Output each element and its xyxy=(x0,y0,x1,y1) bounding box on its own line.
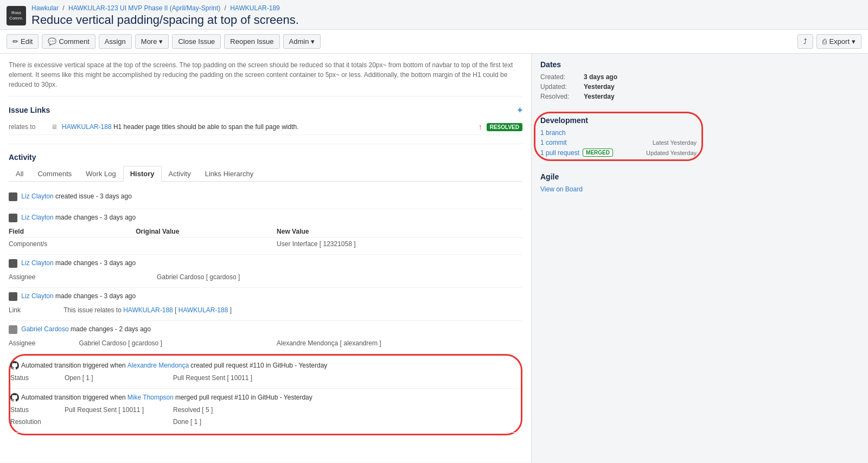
created-row: Created: 3 days ago xyxy=(540,73,697,81)
history-row: Assignee Gabriel Cardoso [ gcardoso ] Al… xyxy=(9,337,522,349)
history-entry-1: Liz Clayton created issue - 3 days ago xyxy=(9,188,522,209)
reopen-issue-button[interactable]: Reopen Issue xyxy=(224,34,279,49)
pull-request-row: 1 pull request MERGED Updated Yesterday xyxy=(540,149,697,157)
sidebar-divider-1 xyxy=(540,109,697,110)
history-entry-5: Gabriel Cardoso made changes - 2 days ag… xyxy=(9,321,522,354)
commit-link[interactable]: 1 commit xyxy=(540,139,567,146)
history-entry-header-2: Liz Clayton made changes - 3 days ago xyxy=(9,214,522,222)
history-table-3: Assignee Gabriel Cardoso [ gcardoso ] xyxy=(9,271,522,283)
branch-link[interactable]: 1 branch xyxy=(540,129,566,137)
edit-button[interactable]: ✏ Edit xyxy=(7,34,39,49)
history-entry-header-3: Liz Clayton made changes - 3 days ago xyxy=(9,259,522,268)
history-row: Link This issue relates to HAWKULAR-188 … xyxy=(9,304,522,316)
col-field: Field xyxy=(9,226,136,238)
actor-link-2[interactable]: Mike Thompson xyxy=(127,394,174,401)
author-link-5[interactable]: Gabriel Cardoso xyxy=(21,325,68,333)
sidebar-dates: Dates Created: 3 days ago Updated: Yeste… xyxy=(540,60,697,100)
tab-comments[interactable]: Comments xyxy=(30,166,79,182)
content-area: There is excessive vertical space at the… xyxy=(0,54,532,462)
avatar-4 xyxy=(9,292,17,301)
breadcrumb-bar: RossComm. Hawkular / HAWKULAR-123 UI MVP… xyxy=(0,0,868,30)
automated-entry-2: Automated transition triggered when Mike… xyxy=(10,389,521,433)
history-row: Component/s User Interface [ 12321058 ] xyxy=(9,238,522,250)
author-link-4[interactable]: Liz Clayton xyxy=(21,292,53,300)
author-link-3[interactable]: Liz Clayton xyxy=(21,259,53,267)
edit-icon: ✏ xyxy=(12,37,18,46)
org-logo: RossComm. xyxy=(7,6,26,25)
history-table-2: Field Original Value New Value Component… xyxy=(9,226,522,250)
breadcrumb-project-link[interactable]: HAWKULAR-123 UI MVP Phase II (April/May-… xyxy=(68,4,220,12)
auto-row-status: Status Pull Request Sent [ 10011 ] Resol… xyxy=(10,404,521,416)
col-new: New Value xyxy=(277,226,522,238)
export-icon: ⎙ xyxy=(822,37,827,46)
chevron-down-icon: ▾ xyxy=(159,37,163,46)
development-title: Development xyxy=(540,116,697,125)
history-entry-3: Liz Clayton made changes - 3 days ago As… xyxy=(9,255,522,288)
sidebar-agile: Agile View on Board xyxy=(540,172,697,193)
history-entry-header-4: Liz Clayton made changes - 3 days ago xyxy=(9,292,522,301)
close-issue-button[interactable]: Close Issue xyxy=(172,34,221,49)
auto-table-2: Status Pull Request Sent [ 10011 ] Resol… xyxy=(10,404,521,428)
issue-links-title: Issue Links xyxy=(9,106,50,114)
tab-all[interactable]: All xyxy=(9,166,30,182)
created-label: Created: xyxy=(540,73,584,81)
link-ref-2[interactable]: HAWKULAR-188 xyxy=(178,306,228,314)
history-entry-header-5: Gabriel Cardoso made changes - 2 days ag… xyxy=(9,325,522,334)
assign-button[interactable]: Assign xyxy=(99,34,132,49)
history-table-4: Link This issue relates to HAWKULAR-188 … xyxy=(9,304,522,316)
share-button[interactable]: ⤴ xyxy=(797,34,813,49)
commit-latest: Latest Yesterday xyxy=(653,139,697,146)
issue-link-text: HAWKULAR-188 H1 header page titles shoul… xyxy=(62,123,474,131)
comment-icon: 💬 xyxy=(48,37,56,46)
breadcrumb-issue-link[interactable]: HAWKULAR-189 xyxy=(230,4,280,12)
divider xyxy=(9,144,522,144)
author-link-1[interactable]: Liz Clayton xyxy=(21,192,53,200)
linked-issue-id[interactable]: HAWKULAR-188 xyxy=(62,123,112,131)
comment-button[interactable]: 💬 Comment xyxy=(42,34,95,49)
history-entry-header-1: Liz Clayton created issue - 3 days ago xyxy=(9,192,522,201)
branch-row: 1 branch xyxy=(540,129,697,137)
dates-title: Dates xyxy=(540,60,697,69)
export-button[interactable]: ⎙ Export ▾ xyxy=(816,34,861,49)
resolved-label: Resolved: xyxy=(540,93,584,100)
tab-activity[interactable]: Activity xyxy=(162,166,198,182)
view-on-board-link[interactable]: View on Board xyxy=(540,185,583,193)
avatar-2 xyxy=(9,214,17,222)
priority-icon: ↑ xyxy=(478,123,482,131)
link-icon: 🖥 xyxy=(51,123,58,131)
history-entry-4: Liz Clayton made changes - 3 days ago Li… xyxy=(9,288,522,321)
avatar-3 xyxy=(9,259,17,268)
tab-work-log[interactable]: Work Log xyxy=(79,166,123,182)
breadcrumb-org-link[interactable]: Hawkular xyxy=(31,4,59,12)
updated-row: Updated: Yesterday xyxy=(540,83,697,91)
admin-button[interactable]: Admin ▾ xyxy=(283,34,321,49)
history-table-5: Assignee Gabriel Cardoso [ gcardoso ] Al… xyxy=(9,337,522,349)
automated-entry-1: Automated transition triggered when Alex… xyxy=(10,357,521,389)
more-button[interactable]: More ▾ xyxy=(135,34,169,49)
chevron-down-icon-export: ▾ xyxy=(852,37,856,46)
sidebar: Dates Created: 3 days ago Updated: Yeste… xyxy=(532,54,705,462)
share-icon: ⤴ xyxy=(803,37,807,46)
toolbar-left: ✏ Edit 💬 Comment Assign More ▾ Close Iss… xyxy=(7,34,321,49)
updated-label: Updated: xyxy=(540,83,584,91)
pull-request-updated: Updated Yesterday xyxy=(646,150,697,156)
issue-links-section: Issue Links + relates to 🖥 HAWKULAR-188 … xyxy=(9,105,522,135)
page-title: Reduce vertical padding/spacing at top o… xyxy=(31,13,299,27)
merged-badge: MERGED xyxy=(583,149,613,157)
pull-request-link[interactable]: 1 pull request xyxy=(540,149,579,157)
add-link-icon[interactable]: + xyxy=(518,105,522,115)
tab-history[interactable]: History xyxy=(123,166,162,182)
tab-links-hierarchy[interactable]: Links Hierarchy xyxy=(198,166,261,182)
link-ref-1[interactable]: HAWKULAR-188 xyxy=(123,306,173,314)
actor-link-1[interactable]: Alexandre Mendonça xyxy=(127,362,189,369)
issue-link-row: relates to 🖥 HAWKULAR-188 H1 header page… xyxy=(9,119,522,135)
linked-issue-title: H1 header page titles should be able to … xyxy=(113,123,299,131)
automated-entry-header-1: Automated transition triggered when Alex… xyxy=(10,361,521,370)
view-on-board-row: View on Board xyxy=(540,185,697,193)
auto-table-1: Status Open [ 1 ] Pull Request Sent [ 10… xyxy=(10,372,521,384)
automated-entry-header-2: Automated transition triggered when Mike… xyxy=(10,393,521,402)
relates-to-label: relates to xyxy=(9,123,47,131)
author-link-2[interactable]: Liz Clayton xyxy=(21,214,53,221)
activity-title: Activity xyxy=(9,153,36,162)
tab-bar: All Comments Work Log History Activity L… xyxy=(9,166,522,182)
